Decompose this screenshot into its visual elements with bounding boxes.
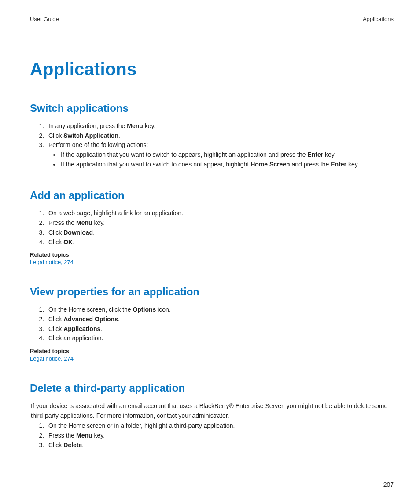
body-text: Click bbox=[48, 325, 63, 332]
bold-text: Delete bbox=[63, 441, 82, 449]
list-item: Click Download. bbox=[46, 228, 394, 238]
section-heading: Switch applications bbox=[30, 102, 394, 114]
body-text: Click bbox=[48, 229, 63, 236]
body-text: key. bbox=[143, 122, 156, 129]
sub-bullet-list: If the application that you want to swit… bbox=[48, 150, 394, 169]
body-text: key. bbox=[323, 151, 336, 158]
body-text: Click bbox=[48, 239, 63, 246]
body-text: Perform one of the following actions: bbox=[48, 141, 148, 148]
list-item: Click Applications. bbox=[46, 324, 394, 334]
bold-text: Menu bbox=[76, 432, 92, 439]
body-text: Click bbox=[48, 316, 63, 323]
section-heading: View properties for an application bbox=[30, 286, 394, 298]
bold-text: Menu bbox=[76, 219, 92, 226]
body-text: Press the bbox=[48, 219, 76, 226]
ordered-list: On the Home screen or in a folder, highl… bbox=[30, 421, 394, 450]
section-heading: Delete a third-party application bbox=[30, 382, 394, 394]
body-text: . bbox=[82, 441, 84, 449]
list-item: Press the Menu key. bbox=[46, 218, 394, 228]
bold-text: Applications bbox=[63, 325, 100, 332]
bold-text: Enter bbox=[307, 151, 323, 158]
body-text: If the application that you want to swit… bbox=[61, 151, 307, 158]
body-text: key. bbox=[346, 161, 359, 168]
ordered-list: In any application, press the Menu key.C… bbox=[30, 121, 394, 169]
section: Delete a third-party applicationIf your … bbox=[30, 382, 394, 450]
intro-paragraph: If your device is associated with an ema… bbox=[31, 401, 394, 420]
section-heading: Add an application bbox=[30, 189, 394, 202]
body-text: key. bbox=[92, 219, 105, 226]
list-item: Click Delete. bbox=[46, 441, 394, 450]
header-right: Applications bbox=[363, 16, 394, 22]
list-item: Click OK. bbox=[46, 238, 394, 247]
bold-text: Home Screen bbox=[251, 161, 290, 168]
body-text: Click an application. bbox=[48, 335, 103, 342]
page: User Guide Applications Applications Swi… bbox=[0, 0, 420, 504]
body-text: icon. bbox=[156, 306, 170, 313]
list-item: Press the Menu key. bbox=[46, 431, 394, 441]
body-text: . bbox=[73, 239, 74, 246]
bold-text: OK bbox=[63, 239, 73, 246]
list-item: Click Advanced Options. bbox=[46, 315, 394, 324]
body-text: Click bbox=[48, 441, 63, 449]
related-topics-heading: Related topics bbox=[30, 251, 394, 258]
body-text: Press the bbox=[48, 432, 76, 439]
bold-text: Menu bbox=[127, 122, 143, 129]
bold-text: Enter bbox=[331, 161, 346, 168]
body-text: . bbox=[118, 316, 120, 323]
related-topics-link[interactable]: Legal notice, 274 bbox=[30, 355, 394, 362]
list-item: Click Switch Application. bbox=[46, 131, 394, 141]
body-text: If your device is associated with an ema… bbox=[31, 402, 387, 419]
related-topics-heading: Related topics bbox=[30, 348, 394, 354]
body-text: key. bbox=[92, 432, 105, 439]
page-header: User Guide Applications bbox=[30, 16, 394, 22]
list-item: Perform one of the following actions:If … bbox=[46, 140, 394, 169]
list-item: On the Home screen, click the Options ic… bbox=[46, 305, 394, 315]
header-left: User Guide bbox=[30, 16, 59, 22]
sub-list-item: If the application that you want to swit… bbox=[60, 160, 394, 169]
body-text: and press the bbox=[290, 161, 331, 168]
bold-text: Switch Application bbox=[63, 132, 118, 139]
ordered-list: On a web page, highlight a link for an a… bbox=[30, 209, 394, 247]
body-text: . bbox=[118, 132, 120, 139]
body-text: On the Home screen or in a folder, highl… bbox=[48, 422, 235, 429]
body-text: If the application that you want to swit… bbox=[61, 161, 251, 168]
page-title: Applications bbox=[30, 59, 394, 79]
list-item: On the Home screen or in a folder, highl… bbox=[46, 421, 394, 431]
body-text: . bbox=[93, 229, 95, 236]
list-item: On a web page, highlight a link for an a… bbox=[46, 209, 394, 218]
section: Switch applicationsIn any application, p… bbox=[30, 102, 394, 169]
list-item: In any application, press the Menu key. bbox=[46, 121, 394, 131]
related-topics-link[interactable]: Legal notice, 274 bbox=[30, 259, 394, 265]
page-number: 207 bbox=[383, 481, 394, 488]
section: View properties for an applicationOn the… bbox=[30, 286, 394, 362]
body-text: On the Home screen, click the bbox=[48, 306, 133, 313]
body-text: Click bbox=[48, 132, 63, 139]
section: Add an applicationOn a web page, highlig… bbox=[30, 189, 394, 265]
bold-text: Options bbox=[133, 306, 156, 313]
sub-list-item: If the application that you want to swit… bbox=[60, 150, 394, 160]
body-text: On a web page, highlight a link for an a… bbox=[48, 210, 183, 217]
bold-text: Download bbox=[63, 229, 93, 236]
bold-text: Advanced Options bbox=[63, 316, 118, 323]
ordered-list: On the Home screen, click the Options ic… bbox=[30, 305, 394, 343]
body-text: . bbox=[100, 325, 102, 332]
list-item: Click an application. bbox=[46, 334, 394, 343]
body-text: In any application, press the bbox=[48, 122, 127, 129]
